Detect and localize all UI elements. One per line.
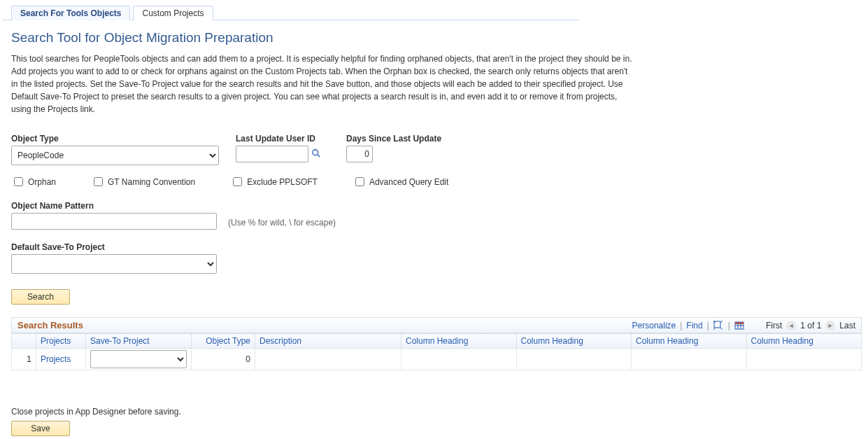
last-user-input[interactable]	[236, 146, 308, 162]
col-heading-2[interactable]: Column Heading	[516, 334, 632, 349]
advanced-query-checkbox[interactable]	[355, 177, 364, 186]
col-description[interactable]: Description	[255, 334, 401, 349]
footer-note: Close projects in App Designer before sa…	[11, 407, 868, 417]
table-row: 1 Projects 0	[12, 349, 862, 370]
cell-c1	[401, 349, 517, 370]
projects-link[interactable]: Projects	[41, 354, 71, 364]
last-link[interactable]: Last	[839, 321, 855, 330]
col-heading-1[interactable]: Column Heading	[401, 334, 517, 349]
pager-text: 1 of 1	[800, 321, 821, 330]
days-label: Days Since Last Update	[346, 134, 441, 144]
zoom-icon[interactable]	[713, 320, 724, 330]
gt-naming-label: GT Naming Convention	[108, 177, 195, 187]
pattern-label: Object Name Pattern	[11, 201, 868, 211]
pattern-input[interactable]	[11, 213, 217, 230]
col-projects[interactable]: Projects	[36, 334, 86, 349]
tab-row: Search For Tools Objects Custom Projects	[3, 3, 579, 20]
pattern-hint: (Use % for wild, \ for escape)	[228, 218, 336, 230]
svg-point-0	[313, 149, 318, 155]
download-icon[interactable]	[734, 320, 745, 330]
exclude-pplsoft-checkbox[interactable]	[233, 177, 242, 186]
svg-rect-4	[735, 322, 744, 324]
gt-naming-checkbox[interactable]	[94, 177, 103, 186]
default-project-select[interactable]	[11, 254, 217, 274]
svg-line-1	[318, 154, 320, 157]
exclude-pplsoft-label: Exclude PPLSOFT	[247, 177, 318, 187]
prev-arrow-icon[interactable]: ◄	[786, 321, 796, 330]
object-type-label: Object Type	[11, 134, 219, 144]
next-arrow-icon[interactable]: ►	[825, 321, 835, 330]
advanced-query-label: Advanced Query Edit	[369, 177, 448, 187]
row-save-to-select[interactable]	[90, 350, 187, 368]
default-project-label: Default Save-To Project	[11, 242, 868, 252]
col-rownum	[12, 334, 36, 349]
days-input[interactable]	[346, 146, 373, 162]
description-text: This tool searches for PeopleTools objec…	[11, 53, 634, 116]
cell-description	[255, 349, 401, 370]
lookup-icon[interactable]	[311, 148, 321, 160]
col-object-type[interactable]: Object Type	[192, 334, 255, 349]
last-user-label: Last Update User ID	[236, 134, 321, 144]
object-type-select[interactable]: PeopleCode	[11, 146, 219, 165]
save-button[interactable]: Save	[11, 421, 70, 436]
cell-c3	[632, 349, 747, 370]
tab-custom-projects[interactable]: Custom Projects	[133, 6, 213, 20]
orphan-checkbox[interactable]	[14, 177, 23, 186]
results-grid: Search Results Personalize | Find | | Fi…	[11, 317, 862, 370]
grid-title: Search Results	[17, 320, 83, 330]
orphan-label: Orphan	[28, 177, 56, 187]
search-button[interactable]: Search	[11, 289, 70, 305]
col-save-to[interactable]: Save-To Project	[86, 334, 192, 349]
first-link[interactable]: First	[766, 321, 782, 330]
cell-object-type: 0	[192, 349, 255, 370]
find-link[interactable]: Find	[686, 321, 702, 330]
page-title: Search Tool for Object Migration Prepara…	[11, 30, 868, 46]
tab-search-tools-objects[interactable]: Search For Tools Objects	[11, 6, 130, 20]
cell-c4	[746, 349, 862, 370]
cell-rownum: 1	[12, 349, 36, 370]
col-heading-3[interactable]: Column Heading	[632, 334, 747, 349]
cell-c2	[516, 349, 632, 370]
personalize-link[interactable]: Personalize	[632, 321, 676, 330]
col-heading-4[interactable]: Column Heading	[746, 334, 862, 349]
